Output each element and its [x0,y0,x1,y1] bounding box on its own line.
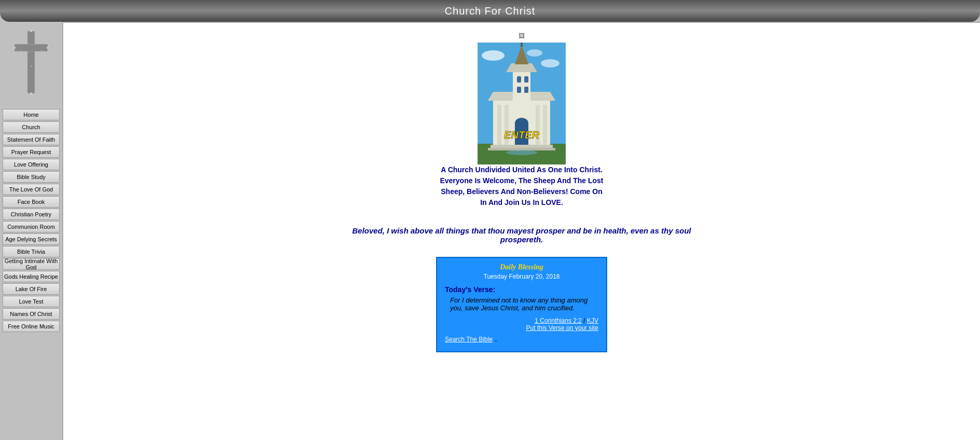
svg-point-5 [30,92,32,94]
svg-point-32 [506,150,537,155]
svg-text:✦: ✦ [20,49,22,52]
sidebar-logo: ✦ ✦ ✦ [5,24,57,105]
svg-point-2 [30,30,32,32]
sidebar-item-face-book[interactable]: Face Book [3,196,60,208]
verse-ref1-link[interactable]: 1 Corinthians 2:2 [535,317,582,324]
svg-point-10 [482,50,505,61]
svg-rect-22 [513,71,530,102]
verse-ref-separator: / [583,317,587,324]
church-building-svg: ENTER [478,43,566,164]
church-image[interactable]: ENTER [478,43,566,164]
svg-point-20 [515,118,528,128]
sidebar-item-prayer-request[interactable]: Prayer Request [3,146,60,158]
sidebar-item-statement-of-faith[interactable]: Statement Of Faith [3,134,60,145]
sidebar-item-home[interactable]: Home [3,109,60,120]
svg-rect-23 [517,76,521,82]
sidebar: ✦ ✦ ✦ HomeChurchStatement Of FaithPrayer… [0,22,62,440]
sidebar-navigation: HomeChurchStatement Of FaithPrayer Reque… [0,109,62,332]
sidebar-item-lake-of-fire[interactable]: Lake Of Fire [3,283,60,295]
svg-point-3 [13,47,16,49]
svg-rect-15 [497,105,501,146]
svg-rect-26 [524,87,528,93]
sidebar-item-gods-healing-recipe[interactable]: Gods Healing Recipe [3,271,60,282]
broken-image-icon: 🖼 [519,32,525,39]
sidebar-item-names-of-christ[interactable]: Names Of Christ [3,308,60,320]
sidebar-item-age-delying-secrets[interactable]: Age Delying Secrets [3,233,60,245]
header-bar: Church For Christ [0,0,980,22]
todays-verse-label: Today's Verse: [445,285,598,294]
search-bible-period: . [495,334,497,343]
sidebar-item-love-offering[interactable]: Love Offering [3,159,60,170]
put-verse-link[interactable]: Put this Verse on your site [445,324,598,332]
site-title: Church For Christ [445,5,536,17]
svg-text:✦: ✦ [40,49,43,52]
daily-blessing-date: Tuesday February 20, 2018 [445,273,598,280]
svg-rect-18 [543,105,547,146]
svg-rect-0 [27,31,35,93]
svg-text:ENTER: ENTER [504,129,539,141]
svg-point-4 [47,47,49,49]
svg-rect-29 [521,43,523,47]
sidebar-item-love-test[interactable]: Love Test [3,296,60,307]
svg-text:✦: ✦ [30,64,33,68]
daily-blessing-title: Daily Blessing [445,263,598,271]
sidebar-item-christian-poetry[interactable]: Christian Poetry [3,209,60,220]
welcome-text: A Church Undivided United As One Into Ch… [440,164,603,208]
verse-ref2-link[interactable]: KJV [587,317,598,324]
verse-body: For I determined not to know any thing a… [445,296,598,312]
svg-rect-30 [491,145,553,148]
sidebar-item-bible-study[interactable]: Bible Study [3,171,60,183]
church-image-container: ENTER A Church Undivided United As One I… [74,43,970,218]
main-layout: ✦ ✦ ✦ HomeChurchStatement Of FaithPrayer… [0,22,980,440]
search-bible-link[interactable]: Search The Bible [445,336,493,343]
svg-rect-24 [524,76,528,82]
svg-point-11 [541,59,559,67]
cross-icon: ✦ ✦ ✦ [10,29,52,101]
svg-marker-27 [506,63,537,72]
daily-blessing-box: Daily Blessing Tuesday February 20, 2018… [436,257,607,352]
main-content: 🖼 [62,22,980,440]
sidebar-item-church[interactable]: Church [3,121,60,133]
sidebar-item-communion-room[interactable]: Communion Room [3,221,60,232]
svg-rect-25 [517,87,521,93]
verse-text: Beloved, I wish above all things that th… [340,226,703,244]
sidebar-item-the-love-of-god[interactable]: The Love Of God [3,184,60,195]
svg-point-12 [527,49,542,57]
sidebar-item-bible-trivia[interactable]: Bible Trivia [3,246,60,257]
sidebar-item-getting-intimate-with-god[interactable]: Getting Intimate With God [3,258,60,270]
sidebar-item-free-online-music[interactable]: Free Online Music [3,321,60,332]
verse-refs: 1 Corinthians 2:2 / KJV [445,317,598,324]
